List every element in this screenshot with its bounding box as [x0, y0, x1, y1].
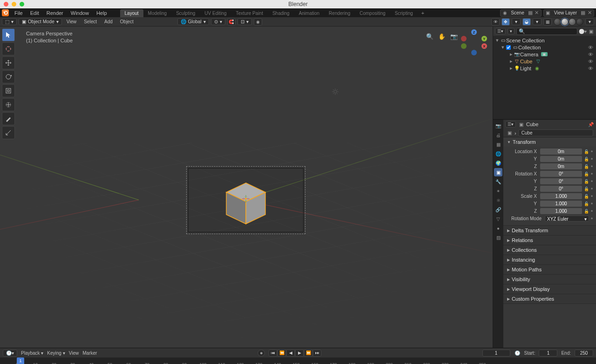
preview-range-icon[interactable]: 🕐 — [514, 350, 521, 356]
nav-gizmo[interactable]: Z Y X — [460, 29, 488, 57]
shading-lookdev[interactable] — [569, 18, 576, 26]
editor-type-dropdown[interactable]: ⬚▾ — [2, 18, 17, 25]
loc-y-field[interactable]: 0m — [540, 156, 582, 162]
workspace-tab-rendering[interactable]: Rendering — [324, 9, 355, 17]
outliner-display-dropdown[interactable]: ▾ — [508, 28, 515, 34]
overlay-toggle[interactable]: ◒ — [522, 18, 531, 26]
scene-selector[interactable]: ◉ Scene ▦ ✕ — [500, 9, 541, 17]
ptab-modifiers[interactable]: 🔧 — [494, 177, 502, 186]
workspace-add-button[interactable]: + — [418, 9, 428, 17]
timeline-menu-playback[interactable]: Playback ▾ — [21, 351, 43, 356]
jump-start-button[interactable]: ⏮ — [269, 350, 277, 357]
timeline-menu-view[interactable]: View — [69, 351, 79, 356]
play-button[interactable]: ▶ — [295, 350, 304, 357]
ptab-scene[interactable]: 🌐 — [494, 149, 502, 158]
viewlayer-selector[interactable]: ▣ View Layer ▦ ✕ — [543, 9, 594, 17]
tool-select-box[interactable] — [2, 28, 15, 41]
jump-end-button[interactable]: ⏭ — [313, 350, 321, 357]
menu-window[interactable]: Window — [67, 10, 93, 16]
lock-icon[interactable]: 🔓 — [583, 179, 589, 184]
eye-icon[interactable]: 👁 — [588, 52, 593, 57]
panel-header[interactable]: ▶Custom Properties — [503, 294, 596, 303]
lock-icon[interactable]: 🔓 — [583, 202, 589, 206]
axis-y-handle[interactable]: Y — [481, 36, 487, 41]
anim-dot-icon[interactable]: • — [590, 208, 593, 215]
shading-wireframe[interactable] — [554, 18, 561, 26]
visibility-toggle[interactable]: 👁 — [491, 18, 500, 26]
ptab-viewlayer[interactable]: ▦ — [494, 140, 502, 148]
rotmode-dropdown[interactable]: XYZ Euler ▾ — [545, 216, 589, 222]
timeline-menu-keying[interactable]: Keying ▾ — [47, 351, 65, 356]
menu-render[interactable]: Render — [43, 10, 67, 16]
current-frame-field[interactable]: 1 — [482, 350, 510, 357]
lock-icon[interactable]: 🔓 — [583, 157, 589, 162]
workspace-tab-scripting[interactable]: Scripting — [390, 9, 418, 17]
tool-rotate[interactable] — [2, 70, 15, 83]
outliner-collection[interactable]: ▾ ▭ Collection 👁 — [493, 44, 596, 51]
lock-icon[interactable]: 🔓 — [583, 209, 589, 214]
gizmo-toggle[interactable]: ✥ — [501, 18, 510, 26]
tool-cursor[interactable] — [2, 42, 15, 55]
workspace-tab-shading[interactable]: Shading — [268, 9, 294, 17]
props-editor-dropdown[interactable]: ☰▾ — [505, 121, 516, 128]
outliner-editor-dropdown[interactable]: ☰▾ — [495, 28, 506, 34]
vp-menu-add[interactable]: Add — [102, 19, 115, 24]
ptab-world[interactable]: 🌍 — [494, 159, 502, 167]
panel-header[interactable]: ▶Viewport Display — [503, 284, 596, 294]
loc-x-field[interactable]: 0m — [540, 148, 582, 155]
workspace-tab-modeling[interactable]: Modeling — [143, 9, 172, 17]
anim-dot-icon[interactable]: • — [590, 156, 593, 162]
eye-icon[interactable]: 👁 — [588, 59, 593, 64]
object-name-field[interactable]: Cube — [518, 129, 593, 136]
axis-z-handle[interactable]: Z — [471, 29, 477, 35]
anim-dot-icon[interactable]: • — [590, 216, 593, 222]
xray-toggle[interactable]: ▦ — [543, 18, 552, 26]
scale-x-field[interactable]: 1.000 — [540, 193, 582, 199]
ptab-texture[interactable]: ▨ — [494, 233, 502, 242]
workspace-tab-sculpting[interactable]: Sculpting — [171, 9, 200, 17]
collection-enable-checkbox[interactable] — [506, 45, 511, 50]
ptab-output[interactable]: 🖨 — [494, 131, 502, 139]
menu-help[interactable]: Help — [93, 10, 111, 16]
snap-dropdown[interactable]: ⊡▾ — [237, 18, 252, 25]
panel-header[interactable]: ▶Visibility — [503, 275, 596, 284]
start-frame-field[interactable]: 1 — [539, 350, 557, 357]
axis-neg-y-handle[interactable] — [461, 43, 467, 49]
orientation-dropdown[interactable]: 🌐Global ▾ — [177, 18, 209, 25]
disclosure-icon[interactable]: ▾ — [501, 44, 505, 50]
anim-dot-icon[interactable]: • — [590, 193, 593, 200]
ptab-particles[interactable]: ✴ — [494, 187, 502, 195]
lock-icon[interactable]: 🔓 — [583, 187, 589, 191]
3d-viewport[interactable]: Camera Perspective (1) Collection | Cube… — [0, 27, 493, 348]
axis-neg-z-handle[interactable] — [471, 50, 477, 55]
menu-edit[interactable]: Edit — [27, 10, 43, 16]
outliner-item-cube[interactable]: ▸ ▽ Cube ▽ 👁 — [493, 58, 596, 65]
overlay-dropdown[interactable]: ▾ — [533, 18, 542, 25]
keyframe-prev-button[interactable]: ⏪ — [278, 350, 286, 357]
lock-icon[interactable]: 🔓 — [583, 164, 589, 169]
viewlayer-browse-icon[interactable]: ▦ — [580, 10, 586, 16]
vp-menu-object[interactable]: Object — [117, 19, 136, 24]
workspace-tab-compositing[interactable]: Compositing — [355, 9, 390, 17]
anim-dot-icon[interactable]: • — [590, 148, 593, 155]
autokey-toggle[interactable]: ● — [257, 350, 265, 357]
scale-y-field[interactable]: 1.000 — [540, 201, 582, 207]
keyframe-next-button[interactable]: ⏩ — [304, 350, 312, 357]
eye-icon[interactable]: 👁 — [588, 66, 593, 71]
workspace-tab-animation[interactable]: Animation — [294, 9, 324, 17]
ptab-constraints[interactable]: 🔗 — [494, 205, 502, 214]
outliner-filter-icon[interactable]: ⚪▾ — [579, 28, 586, 34]
gizmo-dropdown[interactable]: ▾ — [512, 18, 521, 25]
blender-logo-icon[interactable] — [2, 9, 9, 16]
timeline-ruler[interactable]: 1 11020304050607080901001101201301401501… — [0, 357, 596, 364]
disclosure-icon[interactable]: ▸ — [509, 65, 514, 71]
panel-header[interactable]: ▶Delta Transform — [503, 226, 596, 235]
shading-solid[interactable] — [561, 18, 569, 26]
play-reverse-button[interactable]: ◀ — [286, 350, 295, 357]
shading-dropdown[interactable]: ▾ — [585, 18, 594, 25]
timeline-editor-dropdown[interactable]: 🕐▾ — [3, 350, 17, 357]
anim-dot-icon[interactable]: • — [590, 186, 593, 192]
prop-edit-toggle[interactable]: ◉ — [254, 18, 262, 26]
nav-pan-icon[interactable]: ✋ — [438, 32, 446, 40]
tool-transform[interactable] — [2, 98, 15, 111]
